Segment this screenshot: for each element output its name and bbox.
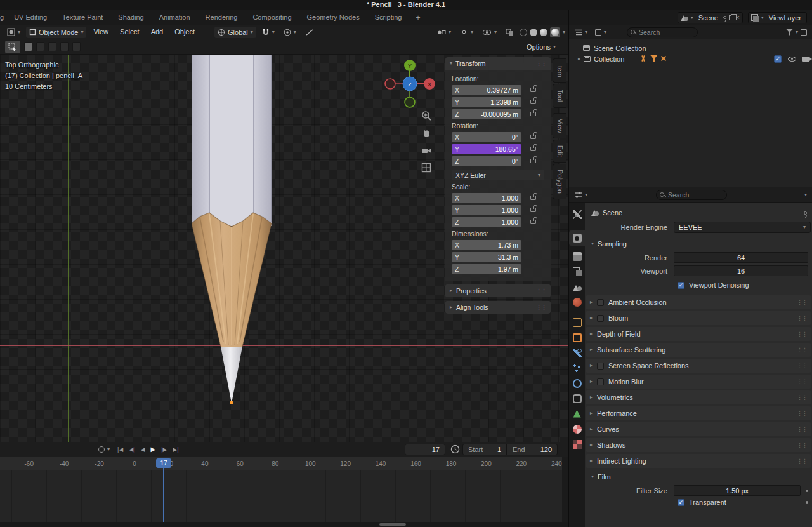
lock-icon[interactable] (530, 159, 536, 163)
lock-icon[interactable] (530, 135, 536, 139)
scale-value-field[interactable]: Z 1.000 (452, 217, 521, 227)
property-section-header[interactable]: ▸ Volumetrics ⋮⋮ (586, 390, 811, 404)
snap-toggle[interactable]: ▾ (259, 27, 278, 38)
film-section-header[interactable]: ▾ Film (585, 470, 812, 483)
outliner-row-scene-collection[interactable]: Scene Collection (569, 43, 812, 53)
gizmo-neg-x-axis[interactable] (385, 79, 395, 89)
property-section-header[interactable]: ▸ Shadows ⋮⋮ (586, 438, 811, 452)
animate-property-dot[interactable] (806, 501, 808, 504)
chevron-down-icon[interactable]: ▾ (796, 30, 798, 35)
world-properties-tab[interactable] (573, 298, 582, 307)
scale-value-field[interactable]: Y 1.000 (452, 205, 521, 215)
clock-icon[interactable] (450, 444, 460, 454)
viewport-denoising-checkbox[interactable]: ✓ (678, 282, 684, 289)
auto-keying-toggle[interactable] (98, 446, 105, 453)
play-reverse-button[interactable]: ◀ (141, 446, 145, 453)
lock-icon[interactable] (530, 100, 536, 104)
object-data-properties-tab[interactable] (573, 410, 582, 418)
menu-object[interactable]: Object (170, 25, 199, 39)
section-checkbox[interactable] (597, 315, 604, 322)
collapsed-panel-header[interactable]: ▸ Properties ⋮⋮ (445, 284, 551, 297)
dimensions-value-field[interactable]: X 1.73 m (452, 240, 521, 250)
previous-keyframe-button[interactable]: ◀| (129, 446, 134, 453)
location-value-field[interactable]: Z -0.000095 m (452, 109, 521, 119)
shading-solid-button[interactable] (530, 29, 537, 36)
property-section-header[interactable]: ▸ Depth of Field ⋮⋮ (586, 327, 811, 341)
property-section-header[interactable]: ▸ Subsurface Scattering ⋮⋮ (586, 343, 811, 357)
timeline-track-area[interactable] (0, 470, 569, 522)
falloff-curve-icon[interactable] (302, 27, 317, 38)
rotation-value-field[interactable]: X 0° (452, 132, 521, 142)
scale-value-field[interactable]: X 1.000 (452, 193, 521, 203)
chevron-down-icon[interactable]: ▾ (804, 192, 807, 197)
play-button[interactable]: ▶ (150, 446, 155, 453)
n-panel-tab[interactable]: Edit (553, 140, 566, 163)
select-mode-button-3[interactable] (48, 42, 56, 51)
lock-icon[interactable] (530, 112, 536, 116)
scene-name[interactable]: Scene (696, 14, 721, 22)
menu-select[interactable]: Select (115, 25, 144, 39)
playhead-frame-badge[interactable]: 17 (156, 458, 171, 468)
render-samples-field[interactable]: 64 (674, 252, 808, 263)
lock-icon[interactable] (530, 220, 536, 224)
gizmo-neg-y-axis[interactable] (405, 97, 415, 107)
frame-start-field[interactable]: Start 1 (462, 444, 507, 455)
workspace-tab[interactable]: UV Editing (6, 10, 55, 25)
collection-properties-tab[interactable] (573, 318, 582, 327)
material-properties-tab[interactable] (573, 425, 582, 434)
dimensions-value-field[interactable]: Z 1.97 m (452, 264, 521, 274)
chevron-down-icon[interactable]: ▾ (107, 447, 110, 452)
output-properties-tab[interactable] (573, 252, 582, 261)
chevron-down-icon[interactable]: ▾ (691, 15, 693, 20)
frame-end-field[interactable]: End 120 (507, 444, 558, 455)
pencil-object[interactable] (192, 55, 272, 410)
n-panel-tab[interactable]: Item (553, 58, 566, 83)
rotation-mode-dropdown[interactable]: XYZ Euler ▾ (452, 170, 544, 180)
view-layer-properties-tab[interactable] (573, 267, 582, 276)
select-mode-button-1[interactable] (24, 42, 32, 51)
dimensions-value-field[interactable]: Y 31.3 m (452, 252, 521, 262)
pan-hand-icon[interactable] (421, 128, 433, 139)
property-section-header[interactable]: ▸ Ambient Occlusion ⋮⋮ (586, 295, 811, 309)
render-engine-dropdown[interactable]: EEVEE ▾ (674, 222, 811, 233)
chevron-down-icon[interactable]: ▾ (604, 30, 606, 35)
properties-search-input[interactable] (668, 191, 723, 199)
property-section-header[interactable]: ▸ Indirect Lighting ⋮⋮ (586, 454, 811, 468)
viewlayer-name[interactable]: ViewLayer (766, 14, 804, 22)
property-section-header[interactable]: ▸ Performance ⋮⋮ (586, 406, 811, 420)
workspace-tab[interactable]: Texture Paint (55, 10, 110, 25)
jump-to-start-button[interactable]: |◀ (117, 446, 123, 453)
properties-search-field[interactable] (656, 190, 727, 200)
chevron-down-icon[interactable]: ▾ (761, 15, 764, 20)
navigation-gizmo[interactable]: Y X Z (381, 55, 438, 112)
property-section-header[interactable]: ▸ Screen Space Reflections ⋮⋮ (586, 359, 811, 373)
disable-render-camera-icon[interactable] (802, 57, 809, 62)
display-mode-icon[interactable] (595, 29, 601, 36)
overlays-toggle[interactable]: ▾ (479, 27, 500, 38)
workspace-tab[interactable]: Rendering (198, 10, 246, 25)
physics-properties-tab[interactable] (573, 379, 582, 388)
lock-icon[interactable] (530, 196, 536, 200)
workspace-tab[interactable]: Shading (110, 10, 151, 25)
scene-properties-tab[interactable] (573, 283, 582, 291)
add-workspace-button[interactable]: + (409, 13, 426, 22)
chevron-down-icon[interactable]: ▾ (563, 30, 565, 35)
location-value-field[interactable]: X 0.39727 m (452, 85, 521, 95)
render-properties-tab[interactable] (569, 230, 585, 246)
tool-properties-tab[interactable] (573, 210, 582, 219)
n-panel-tab[interactable]: Tool (553, 84, 566, 107)
active-tool-select-box[interactable] (5, 41, 20, 53)
property-section-header[interactable]: ▸ Motion Blur ⋮⋮ (586, 375, 811, 389)
n-panel-tab[interactable]: Polygon (553, 164, 566, 199)
property-section-header[interactable]: ▸ Curves ⋮⋮ (586, 422, 811, 436)
proportional-editing-toggle[interactable]: ▾ (280, 27, 299, 38)
shading-material-button[interactable] (540, 29, 547, 36)
filter-size-field[interactable]: 1.50 px (674, 485, 801, 496)
select-mode-button-2[interactable] (36, 42, 44, 51)
rotation-value-field[interactable]: Z 0° (452, 156, 521, 166)
editor-type-button[interactable]: ▾ (4, 27, 23, 38)
jump-to-end-button[interactable]: ▶| (173, 446, 178, 453)
constraint-properties-tab[interactable] (573, 394, 582, 403)
xray-toggle[interactable] (502, 27, 517, 38)
filter-icon[interactable] (786, 29, 793, 36)
